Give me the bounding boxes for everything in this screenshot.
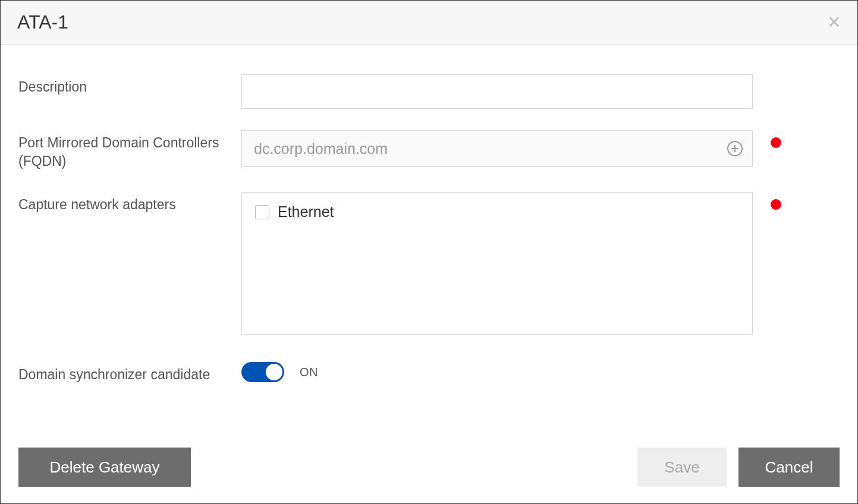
required-indicator-icon xyxy=(771,199,781,210)
description-control xyxy=(241,74,753,109)
delete-gateway-button[interactable]: Delete Gateway xyxy=(18,448,191,487)
adapters-status xyxy=(753,192,840,210)
sync-status xyxy=(753,362,840,369)
description-input[interactable] xyxy=(241,74,753,109)
dialog-header: ATA-1 ✕ xyxy=(1,1,857,45)
sync-label: Domain synchronizer candidate xyxy=(18,362,241,384)
dialog-title: ATA-1 xyxy=(17,11,68,33)
sync-control: ON xyxy=(241,362,753,382)
row-adapters: Capture network adapters Ethernet xyxy=(18,192,840,335)
adapter-checkbox[interactable] xyxy=(255,205,269,219)
description-label: Description xyxy=(18,74,241,96)
sync-toggle-row: ON xyxy=(241,362,753,382)
fqdn-control xyxy=(241,130,753,167)
adapter-item: Ethernet xyxy=(255,203,739,220)
row-description: Description xyxy=(18,74,840,109)
adapters-control: Ethernet xyxy=(241,192,753,335)
adapter-label-text: Ethernet xyxy=(278,203,334,220)
save-button: Save xyxy=(637,448,727,487)
gateway-settings-dialog: ATA-1 ✕ Description Port Mirrored Domain… xyxy=(0,0,858,504)
description-status xyxy=(753,74,840,81)
fqdn-wrap xyxy=(241,130,753,167)
sync-toggle-state: ON xyxy=(300,366,318,379)
adapters-listbox: Ethernet xyxy=(241,192,753,335)
row-sync: Domain synchronizer candidate ON xyxy=(18,362,840,384)
fqdn-input[interactable] xyxy=(241,130,753,167)
row-fqdn: Port Mirrored Domain Controllers (FQDN) xyxy=(18,130,840,171)
adapters-label: Capture network adapters xyxy=(18,192,241,214)
sync-toggle[interactable] xyxy=(241,362,284,382)
add-fqdn-icon[interactable] xyxy=(727,140,743,157)
dialog-footer: Delete Gateway Save Cancel xyxy=(1,448,857,503)
toggle-knob xyxy=(266,364,282,380)
close-icon[interactable]: ✕ xyxy=(827,14,841,31)
fqdn-status xyxy=(753,130,840,148)
required-indicator-icon xyxy=(771,137,781,148)
dialog-body: Description Port Mirrored Domain Control… xyxy=(1,45,857,448)
cancel-button[interactable]: Cancel xyxy=(738,448,840,487)
fqdn-label: Port Mirrored Domain Controllers (FQDN) xyxy=(18,130,241,171)
